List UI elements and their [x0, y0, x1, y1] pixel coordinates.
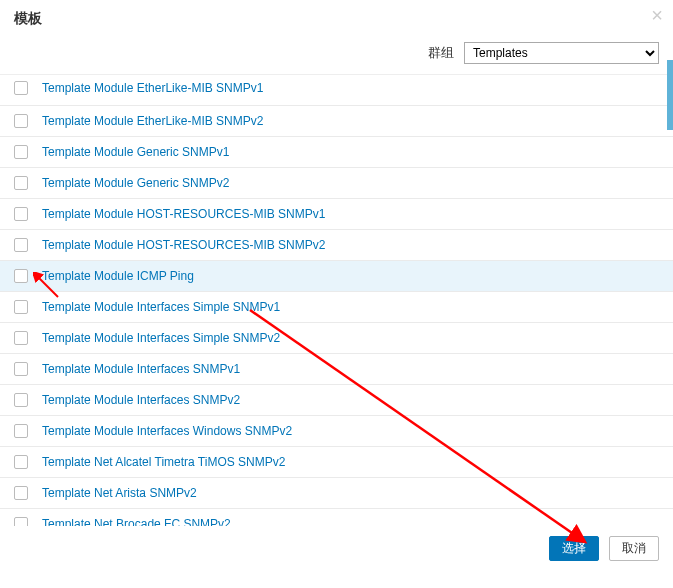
template-checkbox[interactable] [14, 176, 28, 190]
modal-header: 模板 × [0, 0, 673, 36]
group-label: 群组 [428, 44, 454, 62]
template-link[interactable]: Template Module Interfaces SNMPv1 [42, 362, 240, 376]
template-link[interactable]: Template Module EtherLike-MIB SNMPv2 [42, 114, 263, 128]
template-link[interactable]: Template Module HOST-RESOURCES-MIB SNMPv… [42, 207, 325, 221]
template-row[interactable]: Template Net Brocade FC SNMPv2 [0, 509, 673, 526]
template-row[interactable]: Template Module Generic SNMPv1 [0, 137, 673, 168]
template-row[interactable]: Template Module Interfaces Simple SNMPv1 [0, 292, 673, 323]
template-link[interactable]: Template Module HOST-RESOURCES-MIB SNMPv… [42, 238, 325, 252]
template-link[interactable]: Template Module ICMP Ping [42, 269, 194, 283]
select-button[interactable]: 选择 [549, 536, 599, 561]
template-row[interactable]: Template Module HOST-RESOURCES-MIB SNMPv… [0, 230, 673, 261]
template-row[interactable]: Template Module HOST-RESOURCES-MIB SNMPv… [0, 199, 673, 230]
template-list[interactable]: Template Module EtherLike-MIB SNMPv1Temp… [0, 74, 673, 526]
template-link[interactable]: Template Module Generic SNMPv2 [42, 176, 229, 190]
template-link[interactable]: Template Module EtherLike-MIB SNMPv1 [42, 81, 263, 95]
template-modal: 模板 × 群组 Templates Template Module EtherL… [0, 0, 673, 588]
template-checkbox[interactable] [14, 114, 28, 128]
template-row[interactable]: Template Module Interfaces SNMPv2 [0, 385, 673, 416]
template-link[interactable]: Template Module Interfaces Simple SNMPv1 [42, 300, 280, 314]
template-checkbox[interactable] [14, 300, 28, 314]
template-checkbox[interactable] [14, 424, 28, 438]
template-row[interactable]: Template Net Arista SNMPv2 [0, 478, 673, 509]
template-checkbox[interactable] [14, 207, 28, 221]
template-row[interactable]: Template Module EtherLike-MIB SNMPv2 [0, 106, 673, 137]
template-checkbox[interactable] [14, 269, 28, 283]
template-link[interactable]: Template Net Arista SNMPv2 [42, 486, 197, 500]
template-row[interactable]: Template Module Interfaces SNMPv1 [0, 354, 673, 385]
template-link[interactable]: Template Net Alcatel Timetra TiMOS SNMPv… [42, 455, 285, 469]
template-checkbox[interactable] [14, 517, 28, 526]
close-button[interactable]: × [651, 4, 663, 27]
template-checkbox[interactable] [14, 393, 28, 407]
template-checkbox[interactable] [14, 486, 28, 500]
template-link[interactable]: Template Net Brocade FC SNMPv2 [42, 517, 231, 526]
template-link[interactable]: Template Module Generic SNMPv1 [42, 145, 229, 159]
template-checkbox[interactable] [14, 362, 28, 376]
template-checkbox[interactable] [14, 331, 28, 345]
filter-row: 群组 Templates [0, 36, 673, 74]
template-row[interactable]: Template Net Alcatel Timetra TiMOS SNMPv… [0, 447, 673, 478]
modal-footer: 选择 取消 [0, 526, 673, 571]
template-checkbox[interactable] [14, 145, 28, 159]
decorative-edge [667, 60, 673, 130]
template-row[interactable]: Template Module EtherLike-MIB SNMPv1 [0, 75, 673, 106]
template-link[interactable]: Template Module Interfaces SNMPv2 [42, 393, 240, 407]
template-row[interactable]: Template Module Generic SNMPv2 [0, 168, 673, 199]
modal-title: 模板 [14, 10, 42, 26]
group-select[interactable]: Templates [464, 42, 659, 64]
cancel-button[interactable]: 取消 [609, 536, 659, 561]
template-row[interactable]: Template Module ICMP Ping [0, 261, 673, 292]
template-checkbox[interactable] [14, 81, 28, 95]
template-checkbox[interactable] [14, 455, 28, 469]
template-row[interactable]: Template Module Interfaces Windows SNMPv… [0, 416, 673, 447]
template-checkbox[interactable] [14, 238, 28, 252]
template-link[interactable]: Template Module Interfaces Windows SNMPv… [42, 424, 292, 438]
template-row[interactable]: Template Module Interfaces Simple SNMPv2 [0, 323, 673, 354]
template-link[interactable]: Template Module Interfaces Simple SNMPv2 [42, 331, 280, 345]
